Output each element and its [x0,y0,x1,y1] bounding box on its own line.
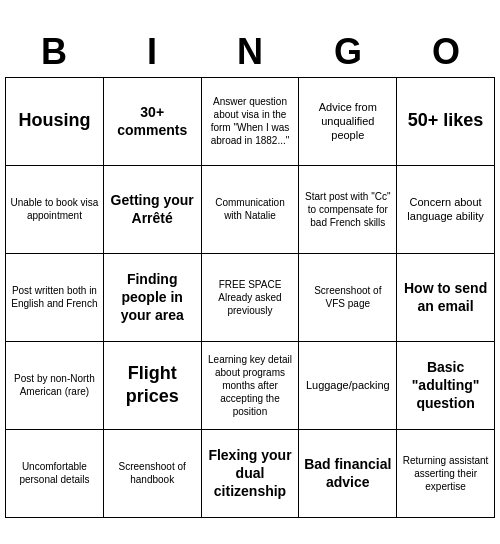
header-g: G [303,31,393,73]
bingo-cell-22[interactable]: Flexing your dual citizenship [202,430,300,518]
bingo-cell-6[interactable]: Getting your Arrêté [104,166,202,254]
bingo-cell-2[interactable]: Answer question about visa in the form "… [202,78,300,166]
bingo-cell-7[interactable]: Communication with Natalie [202,166,300,254]
bingo-cell-24[interactable]: Returning assistant asserting their expe… [397,430,495,518]
bingo-cell-1[interactable]: 30+ comments [104,78,202,166]
bingo-header: B I N G O [5,27,495,77]
bingo-cell-3[interactable]: Advice from unqualified people [299,78,397,166]
header-b: B [9,31,99,73]
bingo-cell-8[interactable]: Start post with "Cc" to compensate for b… [299,166,397,254]
bingo-cell-19[interactable]: Basic "adulting" question [397,342,495,430]
header-n: N [205,31,295,73]
bingo-cell-10[interactable]: Post written both in English and French [6,254,104,342]
bingo-cell-20[interactable]: Uncomfortable personal details [6,430,104,518]
bingo-cell-21[interactable]: Screenshoot of handbook [104,430,202,518]
bingo-cell-18[interactable]: Luggage/packing [299,342,397,430]
bingo-cell-13[interactable]: Screenshoot of VFS page [299,254,397,342]
bingo-cell-4[interactable]: 50+ likes [397,78,495,166]
header-i: I [107,31,197,73]
bingo-cell-12[interactable]: FREE SPACE Already asked previously [202,254,300,342]
bingo-cell-11[interactable]: Finding people in your area [104,254,202,342]
bingo-cell-17[interactable]: Learning key detail about programs month… [202,342,300,430]
bingo-cell-0[interactable]: Housing [6,78,104,166]
bingo-grid: Housing30+ commentsAnswer question about… [5,77,495,518]
bingo-cell-15[interactable]: Post by non-North American (rare) [6,342,104,430]
header-o: O [401,31,491,73]
bingo-cell-9[interactable]: Concern about language ability [397,166,495,254]
bingo-cell-23[interactable]: Bad financial advice [299,430,397,518]
bingo-cell-5[interactable]: Unable to book visa appointment [6,166,104,254]
bingo-cell-16[interactable]: Flight prices [104,342,202,430]
bingo-card: B I N G O Housing30+ commentsAnswer ques… [5,27,495,518]
bingo-cell-14[interactable]: How to send an email [397,254,495,342]
